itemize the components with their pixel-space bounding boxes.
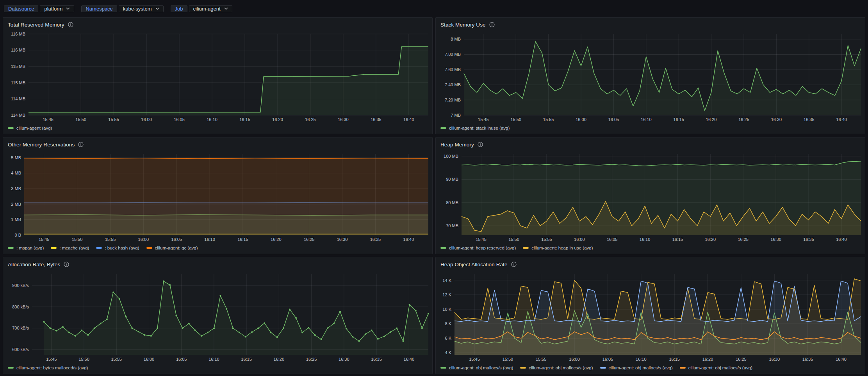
panel-title[interactable]: Heap Memory xyxy=(440,142,474,148)
svg-text:16:40: 16:40 xyxy=(403,237,414,242)
svg-text:16:00: 16:00 xyxy=(144,357,155,362)
svg-text:16:00: 16:00 xyxy=(569,357,580,362)
legend-item[interactable]: cilium-agent: heap in use (avg) xyxy=(523,246,593,250)
chevron-down-icon xyxy=(224,7,228,10)
panel-title[interactable]: Total Reserved Memory xyxy=(8,22,64,28)
series-color-swatch-icon xyxy=(440,367,446,369)
panel-allocation-rate-bytes: Allocation Rate, Bytes 15:4515:5015:5516… xyxy=(3,257,433,374)
panel-header: Heap Memory xyxy=(436,137,865,150)
panel-title[interactable]: Heap Object Allocation Rate xyxy=(440,262,508,267)
svg-text:16:25: 16:25 xyxy=(305,117,316,122)
variable-namespace-label: Namespace xyxy=(81,5,117,12)
panel-title[interactable]: Allocation Rate, Bytes xyxy=(8,262,60,267)
info-icon[interactable] xyxy=(64,262,69,267)
series-color-swatch-icon xyxy=(680,367,686,369)
svg-text:800 kB/s: 800 kB/s xyxy=(12,305,29,309)
info-icon[interactable] xyxy=(489,22,495,27)
legend-label: : mspan (avg) xyxy=(16,246,44,250)
chart-total-reserved-memory[interactable]: 15:4515:5015:5516:0016:0516:1016:1516:20… xyxy=(3,30,432,124)
svg-text:7.40 MB: 7.40 MB xyxy=(445,82,461,87)
legend-item[interactable]: : buck hash (avg) xyxy=(96,246,139,250)
legend-item[interactable]: cilium-agent: obj mallocs/s (avg) xyxy=(600,365,673,370)
svg-text:16:20: 16:20 xyxy=(706,117,717,122)
panel-header: Other Memory Reservations xyxy=(3,137,432,150)
info-icon[interactable] xyxy=(78,142,84,147)
svg-text:900 kB/s: 900 kB/s xyxy=(12,283,29,288)
legend-item[interactable]: cilium-agent: heap reserved (avg) xyxy=(440,246,516,250)
variable-datasource: Datasource platform xyxy=(4,5,74,12)
svg-text:15:55: 15:55 xyxy=(111,357,122,362)
legend-heap-memory: cilium-agent: heap reserved (avg)cilium-… xyxy=(436,244,865,254)
legend-item[interactable]: cilium-agent (avg) xyxy=(8,126,52,130)
svg-text:6 K: 6 K xyxy=(445,336,451,340)
legend-label: cilium-agent: stack inuse (avg) xyxy=(449,126,510,130)
svg-text:16:25: 16:25 xyxy=(306,357,317,362)
legend-item[interactable]: : mcache (avg) xyxy=(51,246,89,250)
svg-text:15:55: 15:55 xyxy=(108,117,119,122)
svg-text:16:35: 16:35 xyxy=(370,237,381,242)
svg-text:3 MB: 3 MB xyxy=(11,186,21,191)
variable-datasource-label: Datasource xyxy=(4,5,38,12)
svg-text:8 K: 8 K xyxy=(445,321,451,326)
chart-heap-object-allocation-rate[interactable]: 15:4515:5015:5516:0016:0516:1016:1516:20… xyxy=(436,270,865,364)
svg-text:16:00: 16:00 xyxy=(574,237,585,242)
legend-label: cilium-agent (avg) xyxy=(16,126,52,130)
panel-title[interactable]: Other Memory Reservations xyxy=(8,142,75,148)
svg-text:80 MB: 80 MB xyxy=(446,200,458,205)
svg-text:7 MB: 7 MB xyxy=(451,113,461,118)
svg-text:15:45: 15:45 xyxy=(469,357,480,362)
svg-text:16:20: 16:20 xyxy=(702,357,713,362)
legend-item[interactable]: cilium-agent: obj mallocs/s (avg) xyxy=(680,365,752,370)
svg-text:16:35: 16:35 xyxy=(371,357,382,362)
svg-text:2 MB: 2 MB xyxy=(11,202,21,207)
chart-other-memory-reservations[interactable]: 15:4515:5015:5516:0016:0516:1016:1516:20… xyxy=(3,150,432,244)
svg-text:16:30: 16:30 xyxy=(771,117,782,122)
chart-allocation-rate-bytes[interactable]: 15:4515:5015:5516:0016:0516:1016:1516:20… xyxy=(3,270,432,364)
svg-text:115 MB: 115 MB xyxy=(11,64,25,69)
legend-label: cilium-agent: obj mallocs/s (avg) xyxy=(449,365,513,370)
svg-text:16:20: 16:20 xyxy=(272,117,283,122)
svg-text:114 MB: 114 MB xyxy=(11,96,25,101)
variable-namespace-select[interactable]: kube-system xyxy=(119,5,164,12)
svg-text:1 MB: 1 MB xyxy=(11,217,21,222)
legend-item[interactable]: cilium-agent: bytes malloced/s (avg) xyxy=(8,365,88,370)
svg-text:16:05: 16:05 xyxy=(602,357,613,362)
variable-job-value: cilium-agent xyxy=(193,6,221,12)
legend-stack-memory-use: cilium-agent: stack inuse (avg) xyxy=(436,124,865,134)
legend-item[interactable]: cilium-agent: stack inuse (avg) xyxy=(440,126,510,130)
variable-namespace: Namespace kube-system xyxy=(81,5,163,12)
legend-item[interactable]: cilium-agent: gc (avg) xyxy=(146,246,198,250)
svg-text:15:50: 15:50 xyxy=(72,237,83,242)
legend-label: : mcache (avg) xyxy=(59,246,89,250)
series-color-swatch-icon xyxy=(8,367,14,369)
legend-item[interactable]: : mspan (avg) xyxy=(8,246,44,250)
svg-text:0 B: 0 B xyxy=(14,233,21,237)
panel-title[interactable]: Stack Memory Use xyxy=(440,22,486,28)
svg-text:15:45: 15:45 xyxy=(43,117,53,122)
variable-datasource-select[interactable]: platform xyxy=(40,5,74,12)
legend-item[interactable]: cilium-agent: obj mallocs/s (avg) xyxy=(520,365,593,370)
svg-text:16:15: 16:15 xyxy=(672,237,683,242)
svg-text:16:10: 16:10 xyxy=(204,237,215,242)
svg-text:16:25: 16:25 xyxy=(736,357,747,362)
chevron-down-icon xyxy=(66,7,70,10)
svg-text:15:50: 15:50 xyxy=(75,117,86,122)
svg-text:15:45: 15:45 xyxy=(476,237,487,242)
panel-header: Stack Memory Use xyxy=(436,18,865,30)
svg-text:15:45: 15:45 xyxy=(46,357,57,362)
legend-item[interactable]: cilium-agent: obj mallocs/s (avg) xyxy=(440,365,513,370)
svg-text:16:15: 16:15 xyxy=(673,117,684,122)
info-icon[interactable] xyxy=(68,22,73,27)
series-color-swatch-icon xyxy=(600,367,606,369)
info-icon[interactable] xyxy=(511,262,517,267)
variable-job-select[interactable]: cilium-agent xyxy=(189,5,232,12)
svg-text:16:20: 16:20 xyxy=(274,357,285,362)
chart-heap-memory[interactable]: 15:4515:5015:5516:0016:0516:1016:1516:20… xyxy=(436,150,865,244)
chart-stack-memory-use[interactable]: 15:4515:5015:5516:0016:0516:1016:1516:20… xyxy=(436,30,865,124)
legend-label: cilium-agent: obj mallocs/s (avg) xyxy=(688,365,752,370)
svg-text:4 K: 4 K xyxy=(445,350,451,355)
variable-job-label: Job xyxy=(171,5,187,12)
svg-text:16:10: 16:10 xyxy=(640,237,651,242)
info-icon[interactable] xyxy=(478,142,483,147)
svg-text:70 MB: 70 MB xyxy=(446,223,458,228)
